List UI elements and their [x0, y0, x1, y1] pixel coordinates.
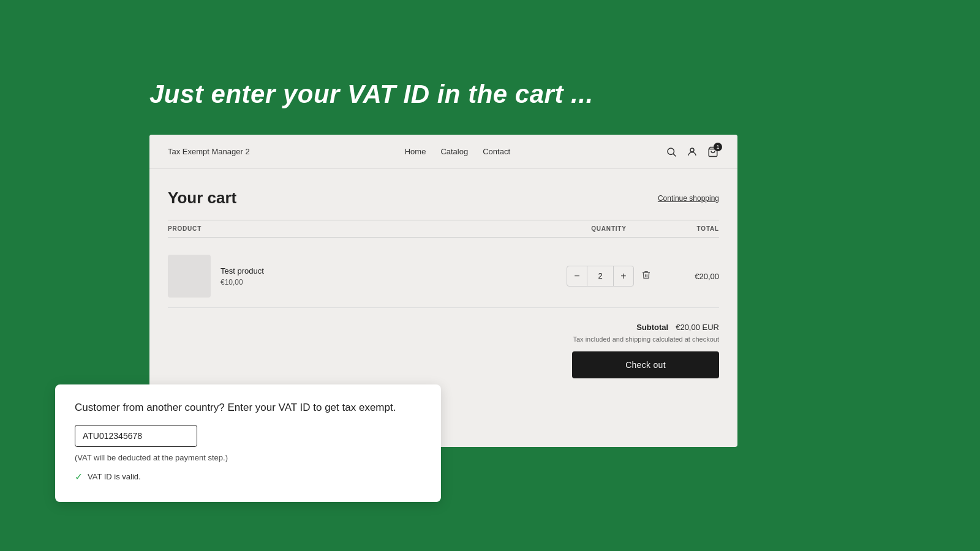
quantity-decrease-button[interactable]: −: [567, 266, 587, 286]
subtotal-value: €20,00 EUR: [676, 323, 719, 332]
svg-line-1: [673, 154, 676, 156]
subtotal-row: Subtotal €20,00 EUR: [168, 323, 719, 332]
col-product-header: PRODUCT: [168, 225, 560, 232]
vat-valid-row: ✓ VAT ID is valid.: [75, 471, 421, 482]
cart-item: Test product €10,00 − 2 +: [168, 245, 719, 308]
quantity-col: − 2 +: [560, 266, 658, 287]
item-name: Test product: [221, 266, 560, 276]
item-details: Test product €10,00: [221, 266, 560, 287]
nav-logo: Tax Exempt Manager 2: [168, 147, 250, 156]
quantity-increase-button[interactable]: +: [614, 266, 633, 286]
quantity-controls: − 2 +: [567, 266, 634, 287]
nav-link-catalog[interactable]: Catalog: [440, 147, 468, 156]
continue-shopping-link[interactable]: Continue shopping: [658, 194, 719, 203]
item-total: €20,00: [658, 272, 719, 281]
nav-icons: 1: [665, 146, 719, 158]
nav-link-contact[interactable]: Contact: [483, 147, 510, 156]
vat-deduction-note: (VAT will be deducted at the payment ste…: [75, 453, 421, 462]
quantity-value: 2: [587, 266, 614, 286]
account-icon[interactable]: [686, 146, 698, 158]
page-heading: Just enter your VAT ID in the cart ...: [149, 80, 594, 109]
checkmark-icon: ✓: [75, 471, 83, 482]
col-total-header: TOTAL: [658, 225, 719, 232]
item-price: €10,00: [221, 278, 560, 287]
cart-badge: 1: [714, 143, 722, 151]
cart-title: Your cart: [168, 189, 236, 208]
subtotal-label: Subtotal: [636, 323, 668, 332]
col-quantity-header: QUANTITY: [560, 225, 658, 232]
delete-item-button[interactable]: [641, 270, 651, 282]
item-image: [168, 255, 211, 298]
vat-popup-title: Customer from another country? Enter you…: [75, 402, 421, 414]
vat-popup: Customer from another country? Enter you…: [55, 384, 441, 502]
vat-input[interactable]: [75, 425, 197, 447]
search-icon[interactable]: [665, 146, 677, 158]
nav-bar: Tax Exempt Manager 2 Home Catalog Contac…: [149, 135, 737, 169]
checkout-button[interactable]: Check out: [572, 351, 719, 378]
cart-summary: Subtotal €20,00 EUR Tax included and shi…: [168, 323, 719, 378]
cart-icon[interactable]: 1: [707, 146, 719, 158]
nav-links: Home Catalog Contact: [405, 147, 510, 156]
vat-valid-text: VAT ID is valid.: [88, 472, 141, 481]
svg-point-0: [668, 148, 674, 155]
tax-note: Tax included and shipping calculated at …: [168, 335, 719, 343]
nav-link-home[interactable]: Home: [405, 147, 426, 156]
cart-header: Your cart Continue shopping: [168, 189, 719, 208]
svg-point-2: [690, 148, 694, 152]
cart-table-header: PRODUCT QUANTITY TOTAL: [168, 220, 719, 238]
main-content: Your cart Continue shopping PRODUCT QUAN…: [149, 169, 737, 398]
